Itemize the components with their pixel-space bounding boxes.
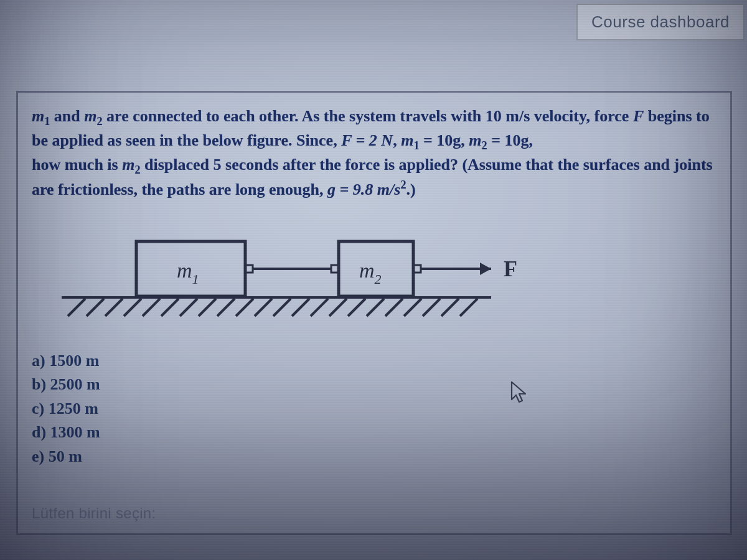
- svg-line-21: [441, 299, 459, 316]
- svg-line-18: [385, 299, 403, 316]
- var-F: F: [633, 107, 644, 125]
- problem-figure: m1 m2 F: [49, 223, 560, 329]
- select-prompt: Lütfen birini seçin:: [32, 505, 156, 522]
- svg-line-17: [367, 299, 384, 316]
- value-velocity: 10 m/s: [486, 107, 530, 125]
- svg-line-14: [311, 299, 328, 316]
- svg-line-20: [423, 299, 440, 316]
- answer-options: a) 1500 m b) 2500 m c) 1250 m d) 1300 m …: [32, 350, 716, 468]
- svg-line-12: [273, 299, 291, 316]
- option-b[interactable]: b) 2500 m: [32, 373, 716, 396]
- svg-line-11: [255, 299, 272, 316]
- value-time: 5 seconds: [214, 156, 279, 174]
- option-e[interactable]: e) 50 m: [32, 446, 716, 468]
- var-m1: m1: [32, 107, 50, 125]
- question-card: m1 and m2 are connected to each other. A…: [16, 91, 732, 535]
- var-m2: m2: [84, 107, 102, 125]
- cursor-icon: [509, 381, 529, 406]
- svg-line-19: [404, 299, 421, 316]
- svg-line-16: [348, 299, 365, 316]
- svg-line-10: [236, 299, 253, 316]
- svg-rect-28: [339, 241, 413, 296]
- svg-text:m1: m1: [177, 259, 199, 287]
- option-a[interactable]: a) 1500 m: [32, 350, 716, 372]
- svg-line-9: [217, 299, 235, 316]
- svg-line-22: [460, 299, 477, 316]
- course-dashboard-button[interactable]: Course dashboard: [576, 4, 745, 40]
- svg-text:m2: m2: [359, 259, 382, 287]
- option-c[interactable]: c) 1250 m: [32, 398, 716, 420]
- svg-text:F: F: [504, 256, 517, 281]
- svg-line-1: [68, 299, 85, 316]
- svg-line-15: [329, 299, 347, 316]
- value-force: F = 2 N: [341, 131, 393, 149]
- question-text: m1 and m2 are connected to each other. A…: [32, 105, 716, 200]
- option-d[interactable]: d) 1300 m: [32, 421, 716, 444]
- svg-marker-32: [480, 263, 491, 275]
- svg-line-5: [143, 299, 160, 316]
- svg-line-13: [292, 299, 309, 316]
- value-g: g = 9.8 m/s2: [327, 180, 406, 198]
- svg-line-2: [87, 299, 104, 316]
- svg-line-4: [124, 299, 141, 316]
- svg-line-6: [161, 299, 179, 316]
- svg-line-7: [180, 299, 197, 316]
- svg-line-8: [199, 299, 216, 316]
- svg-line-3: [105, 299, 123, 316]
